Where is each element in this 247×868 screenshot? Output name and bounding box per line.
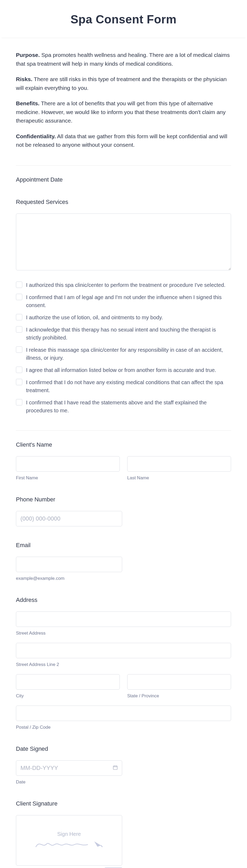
- city-input[interactable]: [16, 674, 120, 690]
- consent-item-1: I confirmed that I am of legal age and I…: [16, 293, 231, 309]
- date-signed-label: Date Signed: [16, 745, 231, 752]
- last-name-input[interactable]: [127, 456, 231, 472]
- consent-text-7: I confirmed that I have read the stateme…: [26, 399, 231, 414]
- consent-item-0: I authorized this spa clinic/center to p…: [16, 281, 231, 289]
- purpose-text: Spa promotes health wellness and healing…: [16, 52, 230, 67]
- section-divider-1: [16, 165, 231, 166]
- consent-item-6: I confirmed that I do not have any exist…: [16, 378, 231, 394]
- purpose-label: Purpose.: [16, 52, 40, 58]
- consent-text-6: I confirmed that I do not have any exist…: [26, 378, 231, 394]
- street-address-2-sublabel: Street Address Line 2: [16, 662, 231, 667]
- risks-text: There are still risks in this type of tr…: [16, 76, 226, 91]
- email-hint: example@example.com: [16, 576, 231, 581]
- consent-item-4: I release this massage spa clinic/center…: [16, 346, 231, 362]
- state-input[interactable]: [127, 674, 231, 690]
- consent-item-5: I agree that all information listed belo…: [16, 366, 231, 374]
- consent-text-5: I agree that all information listed belo…: [26, 366, 216, 374]
- consent-checkbox-3[interactable]: [16, 326, 22, 333]
- postal-input[interactable]: [16, 706, 231, 721]
- benefits-text: There are a lot of benefits that you wil…: [16, 100, 226, 124]
- section-divider-2: [16, 430, 231, 431]
- sign-here-text: Sign Here: [35, 831, 104, 837]
- consent-checkbox-7[interactable]: [16, 399, 22, 405]
- consent-checkbox-4[interactable]: [16, 346, 22, 353]
- address-label: Address: [16, 596, 231, 603]
- conf-label: Confidentiality.: [16, 133, 56, 139]
- signature-scribble-icon: [35, 839, 104, 849]
- consent-item-3: I acknowledge that this therapy has no s…: [16, 326, 231, 342]
- appointment-date-label: Appointment Date: [16, 176, 231, 183]
- intro-confidentiality: Confidentiality. All data that we gather…: [16, 132, 231, 149]
- signature-pad[interactable]: Sign Here: [16, 815, 122, 866]
- phone-label: Phone Number: [16, 496, 231, 503]
- street-address-sublabel: Street Address: [16, 630, 231, 636]
- consent-checkbox-6[interactable]: [16, 379, 22, 385]
- intro-benefits: Benefits. There are a lot of benefits th…: [16, 99, 231, 125]
- street-address-input[interactable]: [16, 612, 231, 627]
- requested-services-label: Requested Services: [16, 198, 231, 206]
- first-name-input[interactable]: [16, 456, 120, 472]
- consent-list: I authorized this spa clinic/center to p…: [16, 281, 231, 414]
- consent-checkbox-2[interactable]: [16, 314, 22, 320]
- consent-checkbox-0[interactable]: [16, 282, 22, 288]
- consent-text-3: I acknowledge that this therapy has no s…: [26, 326, 231, 342]
- consent-item-2: I authorize the use of lotion, oil, and …: [16, 313, 231, 321]
- phone-input[interactable]: [16, 511, 122, 526]
- client-signature-label: Client Signature: [16, 800, 231, 807]
- intro-purpose: Purpose. Spa promotes health wellness an…: [16, 51, 231, 68]
- date-hint: Date: [16, 779, 231, 785]
- last-name-sublabel: Last Name: [127, 475, 231, 480]
- city-sublabel: City: [16, 693, 120, 699]
- clients-name-label: Client's Name: [16, 441, 231, 448]
- street-address-2-input[interactable]: [16, 643, 231, 658]
- risks-label: Risks.: [16, 76, 32, 82]
- date-signed-input[interactable]: [16, 760, 122, 776]
- consent-checkbox-1[interactable]: [16, 294, 22, 300]
- requested-services-input[interactable]: [16, 214, 231, 270]
- page-title: Spa Consent Form: [5, 13, 242, 26]
- consent-text-4: I release this massage spa clinic/center…: [26, 346, 231, 362]
- email-input[interactable]: [16, 557, 122, 572]
- consent-text-1: I confirmed that I am of legal age and I…: [26, 293, 231, 309]
- benefits-label: Benefits.: [16, 100, 40, 106]
- consent-text-2: I authorize the use of lotion, oil, and …: [26, 313, 163, 321]
- consent-item-7: I confirmed that I have read the stateme…: [16, 399, 231, 414]
- first-name-sublabel: First Name: [16, 475, 120, 480]
- consent-checkbox-5[interactable]: [16, 367, 22, 373]
- email-label: Email: [16, 542, 231, 549]
- postal-sublabel: Postal / Zip Code: [16, 725, 231, 730]
- consent-text-0: I authorized this spa clinic/center to p…: [26, 281, 225, 289]
- intro-risks: Risks. There are still risks in this typ…: [16, 75, 231, 92]
- state-sublabel: State / Province: [127, 693, 231, 699]
